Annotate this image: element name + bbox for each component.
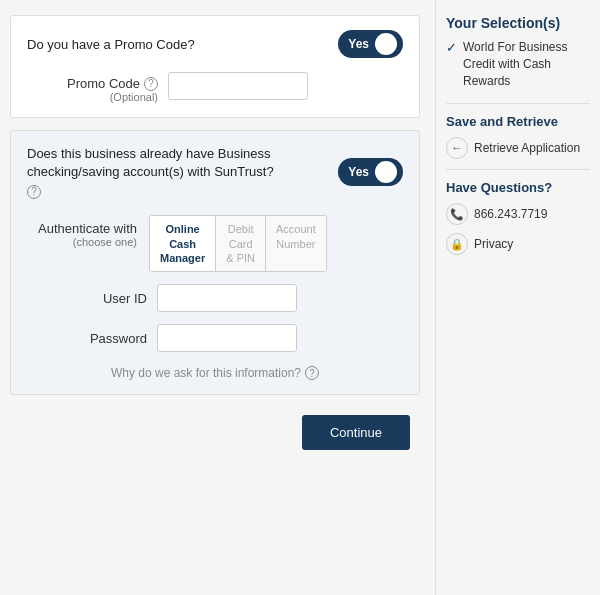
why-ask-help-icon[interactable]: ?	[305, 366, 319, 380]
sidebar-divider-1	[446, 103, 590, 104]
promo-toggle[interactable]: Yes	[338, 30, 403, 58]
retrieve-application-label: Retrieve Application	[474, 141, 580, 155]
password-input[interactable]	[157, 324, 297, 352]
business-help-icon[interactable]: ?	[27, 185, 41, 199]
why-ask-text: Why do we ask for this information?	[111, 366, 301, 380]
selection-text: World For Business Credit with Cash Rewa…	[463, 39, 590, 89]
business-toggle-circle	[375, 161, 397, 183]
retrieve-icon: ←	[446, 137, 468, 159]
sidebar: Your Selection(s) ✓ World For Business C…	[435, 0, 600, 595]
privacy-icon: 🔒	[446, 233, 468, 255]
phone-number: 866.243.7719	[474, 207, 547, 221]
promo-help-icon[interactable]: ?	[144, 77, 158, 91]
toggle-circle	[375, 33, 397, 55]
phone-row[interactable]: 📞 866.243.7719	[446, 203, 590, 225]
check-icon: ✓	[446, 40, 457, 55]
save-retrieve-title: Save and Retrieve	[446, 114, 590, 129]
why-ask-row: Why do we ask for this information? ?	[27, 366, 403, 380]
authenticate-row: Authenticate with (choose one) OnlineCas…	[27, 215, 403, 272]
promo-code-input[interactable]	[168, 72, 308, 100]
authenticate-label: Authenticate with	[38, 221, 137, 236]
phone-icon: 📞	[446, 203, 468, 225]
sidebar-selection-title: Your Selection(s)	[446, 15, 590, 31]
business-toggle-label: Yes	[348, 165, 369, 179]
promo-question-label: Do you have a Promo Code?	[27, 37, 195, 52]
have-questions-title: Have Questions?	[446, 180, 590, 195]
promo-optional-text: (Optional)	[110, 91, 158, 103]
privacy-row[interactable]: 🔒 Privacy	[446, 233, 590, 255]
retrieve-application-row[interactable]: ← Retrieve Application	[446, 137, 590, 159]
userid-label: User ID	[47, 291, 157, 306]
continue-button[interactable]: Continue	[302, 415, 410, 450]
business-toggle[interactable]: Yes	[338, 158, 403, 186]
tab-online-cash-manager[interactable]: OnlineCashManager	[150, 216, 216, 271]
userid-input[interactable]	[157, 284, 297, 312]
promo-code-section: Do you have a Promo Code? Yes Promo Code…	[10, 15, 420, 118]
promo-code-label: Promo Code ?	[67, 76, 158, 91]
selection-item: ✓ World For Business Credit with Cash Re…	[446, 39, 590, 89]
password-label: Password	[47, 331, 157, 346]
business-checking-section: Does this business already have Business…	[10, 130, 420, 395]
tab-account-number[interactable]: AccountNumber	[266, 216, 326, 271]
privacy-label: Privacy	[474, 237, 513, 251]
promo-toggle-label: Yes	[348, 37, 369, 51]
tab-debit-card[interactable]: DebitCard& PIN	[216, 216, 266, 271]
business-question-label: Does this business already have Business…	[27, 145, 307, 199]
password-row: Password	[27, 324, 403, 352]
auth-tabs: OnlineCashManager DebitCard& PIN Account…	[149, 215, 327, 272]
choose-one-label: (choose one)	[73, 236, 137, 248]
userid-row: User ID	[27, 284, 403, 312]
sidebar-divider-2	[446, 169, 590, 170]
